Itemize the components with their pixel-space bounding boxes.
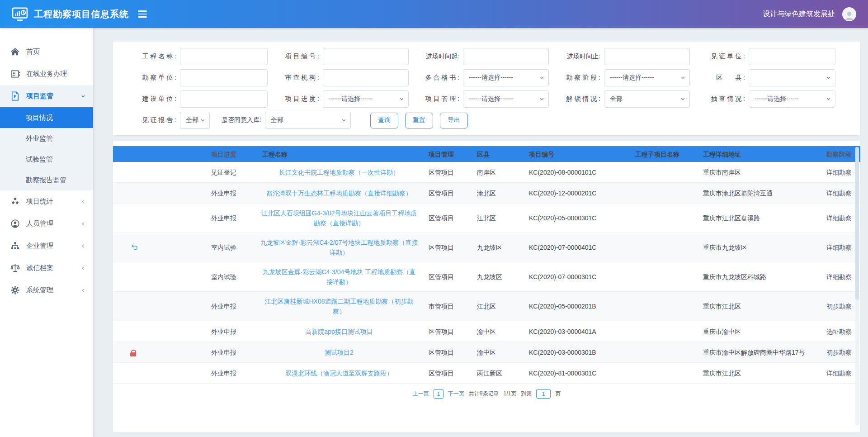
text-input[interactable] bbox=[180, 48, 268, 65]
cell-district: 南岸区 bbox=[470, 167, 524, 177]
cell-name: 箭沱湾双十万生态林工程地质勘察（直接详细勘察） bbox=[253, 188, 425, 198]
cell-district: 九龙坡区 bbox=[470, 272, 524, 282]
cell-name: 九龙坡区金辉·彩云湖C4-3/04号地块 工程地质勘察（直接详勘） bbox=[253, 267, 425, 287]
table-header-row: 项目进度工程名称项目管理区县项目编号工程子项目名称工程详细地址勘察阶段 bbox=[113, 146, 860, 162]
document-p-icon: P bbox=[10, 91, 20, 101]
select-dropdown[interactable]: ------请选择------ bbox=[604, 69, 690, 86]
table-row: 外业申报双溪北环线（渝冠大道至双辉支路段）区管项目两江新区KC(2020)-81… bbox=[113, 363, 860, 384]
chevron-down-icon bbox=[539, 97, 544, 102]
text-input[interactable] bbox=[323, 69, 409, 86]
sidebar-subitem-外业监管[interactable]: 外业监管 bbox=[0, 128, 93, 149]
sidebar-subitem-勘察报告监管[interactable]: 勘察报告监管 bbox=[0, 170, 93, 190]
cell-code: KC(2020)-07-0000301C bbox=[524, 272, 631, 282]
lock-icon[interactable] bbox=[130, 350, 136, 357]
text-input[interactable] bbox=[180, 69, 268, 86]
project-name-link[interactable]: 江北区大石坝组团G4-3/02号地块江山云著项目工程地质勘察（直接详勘） bbox=[261, 209, 417, 227]
select-dropdown[interactable]: ------请选择------ bbox=[749, 90, 835, 108]
cell-code: KC(2020)-05-0000201B bbox=[524, 301, 631, 311]
project-name-link[interactable]: 九龙坡区金辉·彩云湖C4-2/07号地块工程地质勘察（直接详勘） bbox=[260, 239, 418, 256]
cell-address: 重庆市九龙坡区科城路 bbox=[698, 272, 823, 282]
search-field: 建 设 单 位 : bbox=[121, 90, 268, 108]
cell-progress: 见证登记 bbox=[194, 167, 253, 177]
sidebar-item-诚信档案[interactable]: 诚信档案 bbox=[0, 257, 93, 279]
text-input[interactable] bbox=[463, 48, 549, 65]
sidebar-item-首页[interactable]: 首页 bbox=[0, 41, 93, 63]
scale-icon bbox=[10, 263, 20, 273]
current-page-button[interactable]: 1 bbox=[434, 389, 443, 399]
cell-district: 渝中区 bbox=[470, 347, 524, 357]
cell-address: 重庆市江北区盘溪路 bbox=[698, 213, 823, 223]
cell-mgmt: 区管项目 bbox=[425, 327, 470, 337]
undo-icon[interactable] bbox=[130, 244, 138, 251]
text-input[interactable] bbox=[323, 48, 409, 65]
cell-address: 重庆市南岸区 bbox=[698, 167, 823, 177]
column-header-项目进度: 项目进度 bbox=[194, 149, 253, 159]
select-dropdown[interactable]: ------请选择------ bbox=[463, 69, 549, 86]
cell-district: 九龙坡区 bbox=[470, 242, 524, 252]
cell-address: 重庆市江北区 bbox=[698, 368, 823, 378]
sidebar-subitem-试验监管[interactable]: 试验监管 bbox=[0, 149, 93, 170]
prev-page-link[interactable]: 上一页 bbox=[413, 390, 429, 398]
pagination: 上一页 1 下一页 共计9条记录 1/1页 到第 1 页 bbox=[113, 389, 860, 399]
select-dropdown[interactable]: ------请选择------ bbox=[323, 90, 409, 108]
select-dropdown[interactable]: 全部 bbox=[180, 112, 210, 129]
cell-stage: 详细勘察 bbox=[823, 188, 860, 198]
project-name-link[interactable]: 江北区唐桂新城HX08道路二期工程地质勘察（初步勘察） bbox=[264, 298, 413, 315]
projects-table: 项目进度工程名称项目管理区县项目编号工程子项目名称工程详细地址勘察阶段 见证登记… bbox=[113, 146, 860, 384]
gear-icon bbox=[10, 285, 20, 295]
project-name-link[interactable]: 箭沱湾双十万生态林工程地质勘察（直接详细勘察） bbox=[266, 190, 412, 197]
cell-address: 重庆市九龙坡区 bbox=[698, 242, 823, 252]
column-header-项目编号: 项目编号 bbox=[524, 149, 631, 159]
chevron-down-icon bbox=[80, 94, 86, 99]
cell-district: 两江新区 bbox=[470, 368, 524, 378]
cell-name: 九龙坡区金辉·彩云湖C4-2/07号地块工程地质勘察（直接详勘） bbox=[253, 238, 425, 257]
search-field: 审 查 机 构 : bbox=[268, 69, 409, 86]
sidebar-item-在线业务办理[interactable]: 在线业务办理 bbox=[0, 63, 93, 85]
field-label: 审 查 机 构 : bbox=[268, 74, 323, 82]
project-name-link[interactable]: 测试项目2 bbox=[325, 349, 354, 356]
search-buttons: 查询重置导出 bbox=[370, 113, 468, 128]
sidebar-item-项目统计[interactable]: 项目统计 bbox=[0, 190, 93, 213]
cell-mgmt: 区管项目 bbox=[425, 272, 470, 282]
export-button[interactable]: 导出 bbox=[440, 113, 468, 128]
cell-mgmt: 区管项目 bbox=[425, 167, 470, 177]
sidebar-item-系统管理[interactable]: 系统管理 bbox=[0, 279, 93, 301]
query-button[interactable]: 查询 bbox=[370, 113, 398, 128]
text-input[interactable] bbox=[604, 48, 690, 65]
sidebar-subitem-项目情况[interactable]: 项目情况 bbox=[0, 107, 93, 128]
cell-district: 江北区 bbox=[470, 213, 524, 223]
select-dropdown[interactable]: ------请选择------ bbox=[463, 90, 549, 108]
user-avatar[interactable] bbox=[842, 7, 856, 21]
sidebar-item-企业管理[interactable]: 企业管理 bbox=[0, 235, 93, 257]
chevron-down-icon bbox=[200, 118, 205, 123]
search-form: 工 程 名 称 :项 目 编 号 :进场时间起:进场时间止:见 证 单 位 :勘… bbox=[121, 48, 860, 129]
project-name-link[interactable]: 长江文化书院工程地质勘察（一次性详勘） bbox=[279, 169, 399, 176]
hamburger-menu-icon[interactable] bbox=[138, 10, 147, 18]
cell-mgmt: 区管项目 bbox=[425, 368, 470, 378]
chevron-left-icon bbox=[80, 243, 86, 249]
sidebar-group-5: 企业管理 bbox=[0, 235, 93, 257]
goto-page-input[interactable]: 1 bbox=[536, 389, 551, 399]
cell-address: 重庆市江北区 bbox=[698, 301, 823, 311]
field-label: 区 县 : bbox=[690, 74, 749, 82]
sidebar-item-人员管理[interactable]: 人员管理 bbox=[0, 213, 93, 235]
table-panel: 项目进度工程名称项目管理区县项目编号工程子项目名称工程详细地址勘察阶段 见证登记… bbox=[113, 141, 860, 432]
search-panel: 工 程 名 称 :项 目 编 号 :进场时间起:进场时间止:见 证 单 位 :勘… bbox=[113, 42, 860, 135]
table-vertical-scrollbar[interactable] bbox=[855, 147, 859, 425]
project-name-link[interactable]: 双溪北环线（渝冠大道至双辉支路段） bbox=[285, 370, 393, 377]
table-row: 见证登记长江文化书院工程地质勘察（一次性详勘）区管项目南岸区KC(2020)-0… bbox=[113, 162, 860, 183]
sidebar-item-项目监管[interactable]: P项目监管 bbox=[0, 85, 93, 107]
search-field: 项 目 管 理 :------请选择------ bbox=[409, 90, 549, 108]
project-name-link[interactable]: 九龙坡区金辉·彩云湖C4-3/04号地块 工程地质勘察（直接详勘） bbox=[263, 268, 415, 285]
person-icon bbox=[10, 218, 20, 229]
cell-stage: 详细勘察 bbox=[823, 242, 860, 252]
select-dropdown[interactable]: 全部 bbox=[265, 112, 351, 129]
cell-district: 渝中区 bbox=[470, 327, 524, 337]
project-name-link[interactable]: 高新院app接口测试项目 bbox=[305, 328, 373, 335]
text-input[interactable] bbox=[749, 48, 835, 65]
select-dropdown[interactable]: 全部 bbox=[604, 90, 690, 108]
select-dropdown[interactable] bbox=[749, 69, 835, 86]
next-page-link[interactable]: 下一页 bbox=[448, 390, 464, 398]
text-input[interactable] bbox=[180, 90, 268, 108]
reset-button[interactable]: 重置 bbox=[405, 113, 433, 128]
